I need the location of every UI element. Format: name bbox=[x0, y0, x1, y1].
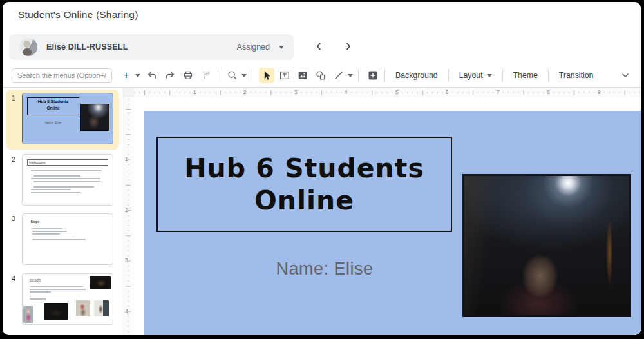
slide-thumbnail-1[interactable]: Hub 6 Students Online Name: Elise bbox=[22, 93, 113, 144]
thumb2-title: Instructions bbox=[27, 159, 108, 166]
chevron-left-icon bbox=[315, 42, 323, 51]
theme-button[interactable]: Theme bbox=[507, 67, 544, 84]
text-box-button[interactable] bbox=[277, 68, 292, 83]
slide-title-line1: Hub 6 Students bbox=[184, 152, 424, 184]
thumb1-title-line1: Hub 6 Students bbox=[28, 99, 79, 105]
filmstrip-row-2: 2 Instructions bbox=[3, 149, 122, 208]
chevron-right-icon bbox=[345, 42, 352, 51]
divider bbox=[358, 69, 359, 82]
shape-icon bbox=[315, 70, 327, 81]
thumb3-text-lines bbox=[32, 228, 108, 242]
new-slide-dropdown[interactable] bbox=[134, 68, 142, 83]
editor-canvas: 1 2 3 4 5 6 7 8 9 1 2 3 4 Hub 6 Students… bbox=[122, 88, 641, 335]
slide-number: 1 bbox=[8, 94, 19, 102]
layout-button[interactable]: Layout bbox=[453, 67, 498, 84]
slide-thumbnail-2[interactable]: Instructions bbox=[22, 154, 113, 206]
zoom-button[interactable] bbox=[225, 68, 240, 83]
redo-icon bbox=[164, 70, 176, 81]
undo-button[interactable] bbox=[144, 68, 160, 83]
new-slide-button[interactable]: + bbox=[118, 68, 134, 83]
next-student-button[interactable] bbox=[339, 37, 358, 56]
chevron-down-icon bbox=[348, 74, 353, 77]
print-icon bbox=[182, 70, 194, 81]
add-comment-icon bbox=[367, 70, 379, 81]
select-cursor-icon bbox=[261, 70, 272, 81]
chevron-down-icon bbox=[279, 46, 284, 49]
people-bar: Elise DILL-RUSSELL Assigned bbox=[3, 32, 641, 64]
redo-button[interactable] bbox=[162, 68, 178, 83]
work-area: Hub 6 Students Online Name: Elise bbox=[134, 97, 641, 335]
insert-line-button[interactable] bbox=[331, 68, 346, 83]
slides-window: Student's Online (Sharing) Elise DILL-RU… bbox=[3, 2, 641, 335]
slide-number: 3 bbox=[8, 215, 19, 222]
student-selector[interactable]: Elise DILL-RUSSELL Assigned bbox=[9, 34, 294, 60]
chevron-down-icon bbox=[135, 74, 140, 77]
line-dropdown[interactable] bbox=[346, 68, 354, 83]
add-comment-button[interactable] bbox=[365, 68, 381, 83]
thumb1-title-line2: Online bbox=[28, 105, 79, 111]
transition-label: Transition bbox=[559, 71, 594, 80]
transition-button[interactable]: Transition bbox=[553, 67, 600, 84]
thumb1-photo bbox=[80, 104, 109, 131]
thumb4-photo-5 bbox=[94, 300, 109, 316]
thumb4-photo-4 bbox=[76, 300, 90, 316]
filmstrip-row-3: 3 Steps bbox=[3, 208, 122, 267]
thumb1-name-text: Name: Elise bbox=[30, 121, 77, 124]
divider bbox=[448, 69, 449, 82]
student-name: Elise DILL-RUSSELL bbox=[46, 43, 128, 52]
divider bbox=[384, 69, 385, 82]
thumb4-text-lines bbox=[30, 286, 86, 302]
search-input[interactable] bbox=[12, 68, 112, 83]
horizontal-ruler: 1 2 3 4 5 6 7 8 9 bbox=[134, 88, 641, 98]
thumb4-photo-2 bbox=[23, 306, 33, 323]
filmstrip-row-4: 4 26/3/20 bbox=[3, 268, 122, 327]
thumb2-text-lines bbox=[31, 170, 108, 195]
thumb4-photo-1 bbox=[90, 276, 111, 289]
slide-title-textbox[interactable]: Hub 6 Students Online bbox=[156, 137, 452, 232]
toolbar: + bbox=[3, 64, 641, 88]
hide-menus-button[interactable] bbox=[618, 68, 633, 83]
insert-image-icon bbox=[297, 70, 308, 81]
status-dropdown[interactable]: Assigned bbox=[237, 34, 284, 60]
slide-canvas: Hub 6 Students Online Name: Elise bbox=[144, 111, 641, 335]
thumb4-photo-3 bbox=[44, 303, 68, 320]
divider bbox=[218, 69, 218, 82]
previous-student-button[interactable] bbox=[309, 37, 328, 56]
theme-label: Theme bbox=[513, 71, 538, 80]
slide-thumbnail-3[interactable]: Steps bbox=[22, 213, 113, 265]
text-box-icon bbox=[279, 70, 290, 81]
slide-webcam-photo[interactable] bbox=[462, 174, 631, 317]
print-button[interactable] bbox=[180, 68, 196, 83]
divider bbox=[502, 69, 503, 82]
background-button[interactable]: Background bbox=[389, 67, 444, 84]
thumb1-title-box: Hub 6 Students Online bbox=[27, 97, 79, 115]
divider bbox=[548, 69, 549, 82]
zoom-icon bbox=[227, 70, 238, 81]
slide-title-line2: Online bbox=[254, 184, 354, 217]
background-label: Background bbox=[395, 71, 438, 80]
insert-shape-button[interactable] bbox=[313, 68, 328, 83]
avatar bbox=[19, 38, 37, 56]
thumb3-title: Steps bbox=[31, 220, 40, 224]
line-icon bbox=[333, 70, 345, 81]
title-bar: Student's Online (Sharing) bbox=[3, 2, 641, 32]
chevron-down-icon bbox=[242, 74, 247, 77]
filmstrip-row-1: 1 Hub 6 Students Online Name: Elise bbox=[3, 88, 122, 147]
divider bbox=[252, 69, 252, 82]
undo-icon bbox=[146, 70, 158, 81]
slide-name-textbox[interactable]: Name: Elise bbox=[209, 259, 440, 279]
paint-format-button[interactable] bbox=[198, 68, 214, 83]
slide-number: 2 bbox=[8, 155, 19, 163]
plus-icon: + bbox=[123, 70, 129, 81]
slide-number: 4 bbox=[8, 275, 19, 282]
thumb1-slide: Hub 6 Students Online Name: Elise bbox=[23, 93, 113, 144]
document-title[interactable]: Student's Online (Sharing) bbox=[18, 9, 138, 21]
paint-format-icon bbox=[200, 70, 212, 81]
zoom-dropdown[interactable] bbox=[240, 68, 248, 83]
chevron-down-icon bbox=[487, 74, 492, 77]
slide-thumbnail-4[interactable]: 26/3/20 bbox=[22, 273, 113, 325]
select-tool-button[interactable] bbox=[259, 68, 274, 83]
thumb4-title: 26/3/20 bbox=[30, 278, 41, 282]
insert-image-button[interactable] bbox=[295, 68, 310, 83]
vertical-ruler: 1 2 3 4 bbox=[122, 97, 135, 335]
